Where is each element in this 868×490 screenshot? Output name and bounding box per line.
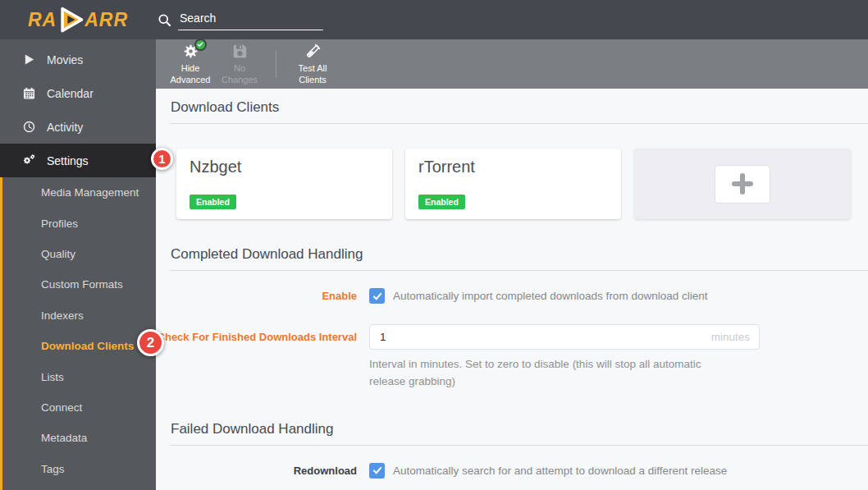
test-tube-icon (304, 43, 322, 61)
enable-row: Enable Automatically import completed do… (156, 288, 868, 304)
client-card-nzbget[interactable]: Nzbget Enabled (176, 149, 392, 219)
calendar-icon (22, 87, 36, 99)
sidebar-item-settings[interactable]: Settings (0, 144, 156, 177)
status-badge: Enabled (190, 195, 236, 209)
sidebar-subitem-indexers[interactable]: Indexers (0, 300, 156, 331)
hide-advanced-button[interactable]: Hide Advanced (166, 43, 215, 86)
radarr-logo[interactable]: RA ARR (0, 5, 156, 34)
test-all-clients-button[interactable]: Test All Clients (288, 43, 337, 86)
interval-help-text: Interval in minutes. Set to zero to disa… (369, 355, 740, 391)
enable-label: Enable (156, 290, 357, 302)
save-icon (232, 43, 248, 61)
interval-row: Check For Finished Downloads Interval mi… (156, 324, 868, 391)
client-name: Nzbget (190, 158, 379, 176)
logo-text-right: ARR (85, 11, 128, 30)
sidebar-subitem-connect[interactable]: Connect (0, 392, 156, 423)
no-changes-label: No Changes (215, 63, 264, 86)
toolbar-separator (276, 50, 276, 78)
sidebar-subitem-metadata[interactable]: Metadata (0, 423, 156, 453)
test-all-clients-label: Test All Clients (288, 63, 337, 86)
add-client-button[interactable] (715, 165, 770, 204)
search-box (158, 9, 323, 30)
settings-section: Settings Media Management Profiles Quali… (0, 144, 156, 490)
annotation-badge-1: 1 (151, 148, 173, 170)
interval-label: Check For Finished Downloads Interval (156, 324, 357, 343)
sidebar-subitem-media-management[interactable]: Media Management (0, 177, 156, 208)
check-badge-icon (194, 39, 207, 51)
sidebar-item-label: Activity (47, 121, 83, 134)
client-card-rtorrent[interactable]: rTorrent Enabled (405, 149, 621, 219)
sidebar: Movies Calendar Activity (0, 39, 156, 490)
play-icon (22, 53, 36, 66)
search-input[interactable] (178, 9, 323, 30)
gears-icon (22, 153, 36, 167)
annotation-badge-2: 2 (137, 329, 164, 356)
client-name: rTorrent (418, 158, 608, 176)
gear-check-icon (182, 43, 199, 61)
redownload-checkbox[interactable] (369, 463, 385, 479)
sidebar-item-label: Calendar (47, 87, 94, 100)
checkmark-icon (372, 291, 382, 301)
sidebar-item-calendar[interactable]: Calendar (0, 76, 156, 110)
interval-unit: minutes (711, 331, 750, 343)
checkmark-icon (372, 465, 382, 475)
redownload-label: Redownload (156, 465, 357, 477)
interval-input[interactable] (369, 324, 760, 350)
no-changes-button[interactable]: No Changes (215, 43, 264, 86)
plus-icon (729, 171, 756, 197)
sidebar-subitem-download-clients[interactable]: Download Clients (0, 331, 156, 361)
failed-download-handling-heading: Failed Download Handling (170, 421, 868, 446)
enable-checkbox[interactable] (369, 288, 385, 304)
download-clients-heading: Download Clients (170, 89, 868, 124)
sidebar-subitem-tags[interactable]: Tags (0, 454, 156, 484)
sidebar-subitem-custom-formats[interactable]: Custom Formats (0, 269, 156, 300)
sidebar-item-label: Movies (47, 53, 83, 66)
sidebar-item-movies[interactable]: Movies (0, 43, 156, 76)
clock-icon (22, 121, 36, 133)
status-badge: Enabled (418, 195, 465, 209)
sidebar-subitem-lists[interactable]: Lists (0, 361, 156, 392)
client-cards-row: Nzbget Enabled rTorrent Enabled (176, 149, 868, 219)
sidebar-subitem-quality[interactable]: Quality (0, 239, 156, 269)
settings-toolbar: Hide Advanced No Changes Test All Client… (156, 39, 868, 89)
sidebar-item-activity[interactable]: Activity (0, 110, 156, 144)
search-icon (158, 13, 171, 27)
settings-content: Download Clients Nzbget Enabled rTorrent… (156, 89, 868, 490)
play-emblem-icon (56, 5, 85, 34)
top-bar: RA ARR (0, 0, 868, 39)
add-client-card[interactable] (634, 149, 851, 219)
completed-download-handling-heading: Completed Download Handling (170, 246, 868, 271)
logo-text-left: RA (28, 11, 57, 30)
enable-help-text: Automatically import completed downloads… (393, 290, 707, 302)
hide-advanced-label: Hide Advanced (166, 63, 215, 86)
sidebar-subitem-profiles[interactable]: Profiles (0, 208, 156, 238)
redownload-help-text: Automatically search for and attempt to … (393, 465, 727, 477)
sidebar-item-label: Settings (47, 154, 89, 167)
redownload-row: Redownload Automatically search for and … (156, 463, 868, 479)
